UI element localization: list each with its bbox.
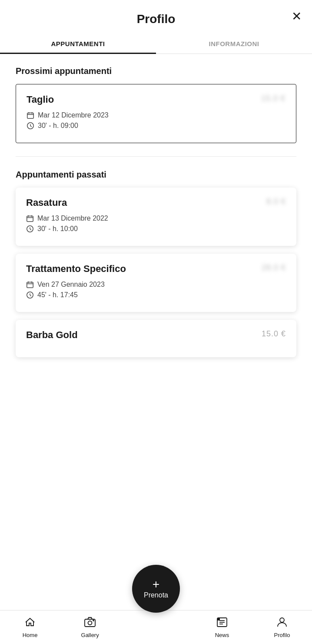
clock-icon-rasatura: [26, 225, 34, 233]
fab-container: + Prenota: [132, 565, 180, 613]
svg-line-20: [30, 295, 31, 296]
card-price-trattamento: 28.0 €: [262, 263, 286, 272]
news-icon: [216, 616, 228, 630]
home-icon: [24, 616, 36, 630]
nav-item-news[interactable]: News: [192, 616, 252, 638]
prenota-button[interactable]: + Prenota: [132, 565, 180, 613]
card-time-text-rasatura: 30' - h. 10:00: [37, 225, 78, 233]
upcoming-section-title: Prossimi appuntamenti: [16, 66, 296, 76]
nav-item-gallery[interactable]: Gallery: [60, 616, 120, 638]
calendar-icon-trattamento: [26, 281, 34, 288]
tab-bar: APPUNTAMENTI INFORMAZIONI: [0, 33, 312, 54]
nav-label-home: Home: [23, 632, 38, 638]
svg-rect-14: [27, 282, 33, 288]
close-button[interactable]: ✕: [292, 10, 302, 23]
svg-point-23: [93, 620, 94, 621]
card-price-taglio: 15.0 €: [261, 94, 285, 103]
past-card-barba-gold[interactable]: Barba Gold 15.0 €: [16, 320, 296, 357]
fab-label: Prenota: [144, 591, 168, 599]
nav-item-home[interactable]: Home: [0, 616, 60, 638]
tab-appuntamenti[interactable]: APPUNTAMENTI: [0, 33, 156, 54]
card-name-barba: Barba Gold: [26, 329, 78, 341]
section-divider: [16, 156, 296, 157]
svg-point-29: [280, 618, 284, 622]
card-name-trattamento: Trattamento Specifico: [26, 263, 126, 275]
calendar-icon-rasatura: [26, 215, 34, 222]
bottom-nav: Home Gallery News: [0, 610, 312, 644]
camera-icon: [84, 616, 96, 630]
card-price-barba: 15.0 €: [262, 329, 286, 339]
upcoming-card-taglio[interactable]: Taglio 15.0 € Mar 12 Dicembre 2023 30' -…: [16, 84, 296, 143]
page-title: Profilo: [137, 12, 176, 26]
nav-label-news: News: [215, 632, 229, 638]
card-time-rasatura: 30' - h. 10:00: [26, 225, 286, 233]
svg-rect-28: [217, 618, 220, 621]
card-date-rasatura: Mar 13 Dicembre 2022: [26, 215, 286, 222]
card-price-rasatura: 8.0 €: [266, 197, 286, 206]
past-card-trattamento[interactable]: Trattamento Specifico 28.0 € Ven 27 Genn…: [16, 254, 296, 312]
calendar-icon: [27, 111, 34, 119]
card-top-trattamento: Trattamento Specifico 28.0 €: [26, 263, 286, 275]
card-date-text-rasatura: Mar 13 Dicembre 2022: [37, 215, 108, 222]
card-time-text-trattamento: 45' - h. 17:45: [37, 291, 78, 299]
svg-point-22: [88, 621, 92, 625]
card-date-trattamento: Ven 27 Gennaio 2023: [26, 281, 286, 288]
card-time-text-taglio: 30' - h. 09:00: [38, 122, 78, 130]
clock-icon-trattamento: [26, 291, 34, 299]
clock-icon-taglio: [27, 122, 34, 130]
fab-plus-icon: +: [153, 578, 159, 590]
svg-line-13: [30, 229, 31, 230]
header: Profilo ✕: [0, 0, 312, 33]
nav-item-profilo[interactable]: Profilo: [252, 616, 312, 638]
card-time-taglio: 30' - h. 09:00: [27, 122, 285, 130]
card-top-rasatura: Rasatura 8.0 €: [26, 197, 286, 208]
svg-line-6: [30, 126, 32, 127]
nav-label-profilo: Profilo: [274, 632, 290, 638]
card-date-text-trattamento: Ven 27 Gennaio 2023: [37, 281, 105, 288]
card-time-trattamento: 45' - h. 17:45: [26, 291, 286, 299]
svg-rect-7: [27, 216, 33, 222]
svg-rect-0: [27, 113, 33, 119]
card-name-rasatura: Rasatura: [26, 197, 67, 208]
card-name-taglio: Taglio: [27, 94, 54, 105]
card-date-taglio: Mar 12 Dicembre 2023: [27, 111, 285, 119]
card-top-taglio: Taglio 15.0 €: [27, 94, 285, 105]
person-icon: [276, 616, 288, 630]
content-area: Prossimi appuntamenti Taglio 15.0 € Mar …: [0, 54, 312, 427]
card-date-text-taglio: Mar 12 Dicembre 2023: [38, 111, 109, 119]
card-top-barba: Barba Gold 15.0 €: [26, 329, 286, 341]
tab-informazioni[interactable]: INFORMAZIONI: [156, 33, 312, 54]
past-section-title: Appuntamenti passati: [16, 170, 296, 180]
nav-label-gallery: Gallery: [81, 632, 99, 638]
past-card-rasatura[interactable]: Rasatura 8.0 € Mar 13 Dicembre 2022 30' …: [16, 188, 296, 246]
